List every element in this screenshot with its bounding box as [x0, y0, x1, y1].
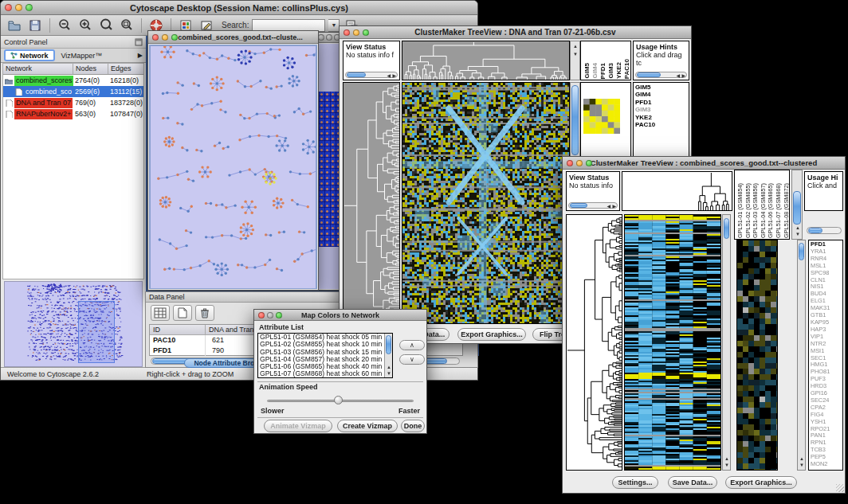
column-label[interactable]: PFD1 [599, 63, 607, 79]
save-session-button[interactable] [26, 18, 44, 33]
move-down-button[interactable]: ∨ [399, 354, 425, 365]
column-label[interactable]: GIM4 [591, 63, 599, 79]
network-tree-row[interactable]: combined_sco2569(6)13112(15) [3, 86, 143, 97]
close-icon[interactable] [344, 29, 350, 36]
column-label[interactable]: GIM5 [583, 63, 591, 79]
main-titlebar[interactable]: Cytoscape Desktop (Session Name: collins… [1, 1, 477, 15]
map-colors-titlebar[interactable]: Map Colors to Network [254, 310, 426, 321]
scroll-right-icon[interactable]: ▶ [612, 203, 616, 209]
treeview1-titlebar[interactable]: ClusterMaker TreeView : DNA and Tran 07-… [340, 26, 691, 39]
scroll-down-icon[interactable]: ▼ [799, 462, 804, 468]
select-attributes-button[interactable] [151, 305, 170, 321]
close-icon[interactable] [567, 160, 573, 166]
network-overview-panel[interactable] [4, 281, 143, 367]
scroll-down-icon[interactable]: ▼ [387, 370, 391, 377]
zoom-window-icon[interactable] [276, 312, 282, 318]
close-icon[interactable] [258, 312, 265, 318]
scroll-down-icon[interactable]: ▼ [795, 231, 800, 237]
float-panel-icon[interactable] [135, 38, 143, 46]
treeview2-vscrollbar[interactable]: ▲ ▼ [722, 214, 731, 471]
tab-vizmapper[interactable]: VizMapper™ [55, 52, 109, 60]
treeview-button[interactable]: Settings... [612, 476, 658, 489]
network-tree-row[interactable]: combined_scores2764(0)16218(0) [3, 75, 143, 86]
tab-network[interactable]: Network [4, 49, 55, 61]
done-button[interactable]: Done [401, 420, 425, 432]
treeview1-row-dendrogram[interactable] [343, 82, 400, 324]
minimize-icon[interactable] [353, 29, 359, 36]
treeview2-row-dendrogram[interactable] [566, 214, 622, 471]
zoom-selected-button[interactable] [97, 18, 115, 33]
treeview2-labels-scrollbar[interactable]: ▲ ▼ [791, 170, 803, 240]
column-label[interactable]: YKE2 [615, 62, 622, 79]
overview-thumbnail[interactable] [5, 282, 142, 366]
delete-attribute-button[interactable] [195, 305, 214, 321]
gene-label[interactable]: YKE2 [634, 114, 689, 121]
scroll-up-icon[interactable]: ▲ [799, 455, 804, 462]
minimize-icon[interactable] [576, 160, 583, 166]
scroll-down-icon[interactable]: ▼ [724, 462, 729, 468]
column-label[interactable]: PAC10 [623, 59, 630, 79]
create-vizmap-button[interactable]: Create Vizmap [337, 420, 398, 432]
column-label[interactable]: GPL51-06 (GSM865) [767, 183, 775, 238]
zoom-in-button[interactable] [77, 18, 94, 33]
minimize-icon[interactable] [15, 4, 22, 11]
resize-grip[interactable] [836, 484, 844, 492]
gene-label[interactable]: PAC10 [634, 121, 689, 128]
view-status-hscrollbar[interactable]: ◀ ▶ [568, 202, 618, 209]
slider-thumb[interactable] [334, 396, 343, 404]
treeview2-column-dendrogram[interactable] [622, 171, 732, 211]
column-label[interactable]: GPL51-04 (GSM857) [760, 183, 768, 238]
gene-label[interactable]: GIM4 [634, 91, 689, 98]
zoom-window-icon[interactable] [171, 34, 178, 41]
zoom-window-icon[interactable] [363, 29, 369, 36]
open-session-button[interactable] [6, 18, 23, 33]
scroll-up-icon[interactable]: ▲ [724, 455, 729, 462]
scroll-up-icon[interactable]: ▲ [795, 225, 800, 231]
close-icon[interactable] [318, 34, 324, 41]
gene-label[interactable]: GIM3 [634, 106, 689, 113]
column-label[interactable]: GPL51-02 (GSM855) [744, 183, 752, 238]
tab-overflow-arrow[interactable]: ▶ [138, 52, 143, 59]
treeview2-heatmap[interactable] [624, 214, 721, 471]
treeview1-heatmap[interactable] [402, 82, 570, 324]
network-tree-row[interactable]: RNAPuberNov2+563(0)107847(0) [3, 108, 143, 119]
scroll-up-icon[interactable]: ▲ [387, 364, 391, 370]
scroll-right-icon[interactable]: ▶ [392, 72, 396, 79]
close-icon[interactable] [152, 34, 159, 41]
usage-hints-hscrollbar[interactable] [807, 227, 842, 234]
attribute-listbox[interactable]: GPL51-01 (GSM854) heat shock 05 minGPL51… [257, 333, 393, 378]
gene-label[interactable]: MON2 [809, 461, 842, 468]
treeview2-titlebar[interactable]: ClusterMaker TreeView : combined_scores_… [563, 157, 845, 170]
network-tree-row[interactable]: DNA and Tran 07769(0)183728(0) [3, 97, 143, 108]
scroll-right-icon[interactable]: ▶ [681, 72, 685, 79]
treeview2-zoom-heatmap[interactable] [736, 240, 778, 471]
minimize-icon[interactable] [326, 34, 332, 41]
treeview-button[interactable]: Export Graphics... [457, 328, 526, 341]
minimize-icon[interactable] [267, 312, 273, 318]
zoom-out-button[interactable] [56, 18, 73, 33]
close-icon[interactable] [5, 4, 12, 11]
column-label[interactable]: GIM3 [607, 63, 614, 79]
column-label[interactable]: GPL51-03 (GSM856) [752, 183, 760, 238]
view-status-hscrollbar[interactable]: ◀ ▶ [345, 72, 398, 78]
network-graph-canvas[interactable] [151, 46, 316, 288]
zoom-window-icon[interactable] [586, 160, 592, 166]
column-label[interactable]: GPL51-07 (GSM868) [775, 183, 783, 238]
attribute-list-item[interactable]: GPL51-07 (GSM868) heat shock 60 min [258, 370, 392, 377]
treeview-button[interactable]: Save Data... [668, 476, 717, 489]
similarity-matrix-thumbnail[interactable] [583, 99, 620, 134]
treeview1-column-dendrogram[interactable] [402, 41, 570, 80]
scroll-left-icon[interactable]: ◀ [676, 72, 680, 79]
create-attribute-button[interactable] [173, 305, 192, 321]
scroll-down-icon[interactable]: ▼ [573, 51, 578, 57]
zoom-window-icon[interactable] [26, 4, 33, 11]
column-label[interactable]: GPL51-01 (GSM854) [736, 183, 744, 238]
treeview2-zoom-scrollbar[interactable]: ▲ ▼ [797, 240, 806, 471]
move-up-button[interactable]: ∧ [399, 340, 425, 350]
overview-viewport-rect[interactable] [78, 301, 115, 363]
treeview1-column-scroll-strip[interactable]: ▲ ▼ [570, 41, 580, 80]
zoom-fit-button[interactable] [118, 18, 135, 33]
usage-hints-hscrollbar[interactable]: ◀ ▶ [635, 72, 687, 78]
gene-label[interactable]: GIM5 [634, 84, 689, 91]
scroll-up-icon[interactable]: ▲ [573, 43, 578, 49]
